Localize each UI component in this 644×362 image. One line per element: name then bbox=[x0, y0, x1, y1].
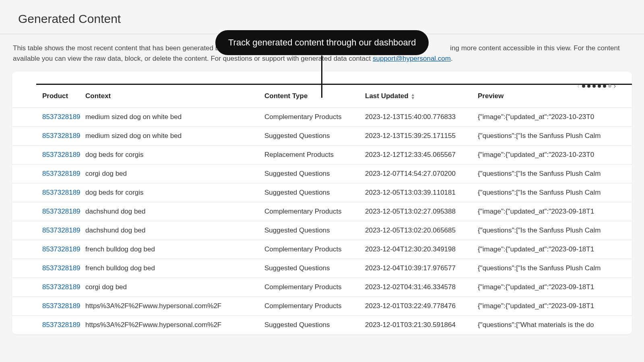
cell-last-updated: 2023-12-13T15:40:00.776833 bbox=[360, 107, 473, 126]
cell-preview: {"image":{"updated_at":"2023-10-23T0 bbox=[473, 107, 632, 126]
col-header-content-type-label: Content Type bbox=[264, 92, 308, 100]
cell-product: 8537328189733 bbox=[12, 315, 80, 334]
description-prefix: This table shows the most recent content… bbox=[13, 44, 233, 52]
product-link[interactable]: 8537328189733 bbox=[42, 264, 80, 272]
product-link[interactable]: 8537328189733 bbox=[42, 113, 80, 121]
tooltip-pointer bbox=[321, 56, 322, 98]
col-header-preview-label: Preview bbox=[478, 92, 504, 100]
cell-content-type: Complementary Products bbox=[260, 296, 360, 315]
page-header: Generated Content bbox=[0, 0, 644, 34]
cell-preview: {"questions":["Is the Sanfuss Plush Calm bbox=[473, 126, 632, 145]
cell-preview: {"questions":["Is the Sanfuss Plush Calm bbox=[473, 221, 632, 240]
cell-context: french bulldog dog bed bbox=[80, 240, 260, 259]
pagination-dot[interactable] bbox=[608, 84, 611, 88]
cell-context: medium sized dog on white bed bbox=[80, 126, 260, 145]
onboarding-tooltip: Track generated content through our dash… bbox=[215, 30, 429, 55]
table-row: 8537328189733dachshund dog bedComplement… bbox=[12, 202, 632, 221]
table-body: 8537328189733medium sized dog on white b… bbox=[12, 107, 632, 334]
cell-context: https%3A%2F%2Fwww.hypersonal.com%2F bbox=[80, 296, 260, 315]
content-card: ‹ › Product Context Content Type Last Up… bbox=[12, 72, 632, 334]
cell-context: dachshund dog bed bbox=[80, 221, 260, 240]
table-row: 8537328189733medium sized dog on white b… bbox=[12, 126, 632, 145]
card-inner: ‹ › Product Context Content Type Last Up… bbox=[12, 72, 632, 334]
cell-preview: {"image":{"updated_at":"2023-09-18T1 bbox=[473, 278, 632, 296]
cell-preview: {"questions":["Is the Sanfuss Plush Calm bbox=[473, 259, 632, 278]
pagination-dot[interactable] bbox=[603, 84, 606, 88]
cell-preview: {"questions":["Is the Sanfuss Plush Calm bbox=[473, 183, 632, 202]
product-link[interactable]: 8537328189733 bbox=[42, 151, 80, 158]
table-row: 8537328189733medium sized dog on white b… bbox=[12, 107, 632, 126]
product-link[interactable]: 8537328189733 bbox=[42, 321, 80, 329]
pagination-dot[interactable] bbox=[592, 84, 596, 88]
cell-product: 8537328189733 bbox=[12, 164, 80, 183]
cell-last-updated: 2023-12-05T13:03:39.110181 bbox=[360, 183, 473, 202]
table-row: 8537328189733https%3A%2F%2Fwww.hypersona… bbox=[12, 315, 632, 334]
cell-last-updated: 2023-12-02T04:31:46.334578 bbox=[360, 278, 473, 296]
col-header-product[interactable]: Product bbox=[12, 85, 80, 108]
pagination-dot[interactable] bbox=[598, 84, 601, 88]
page-title: Generated Content bbox=[18, 12, 626, 26]
cell-content-type: Suggested Questions bbox=[260, 164, 360, 183]
product-link[interactable]: 8537328189733 bbox=[42, 226, 80, 234]
cell-context: dog beds for corgis bbox=[80, 145, 260, 164]
cell-last-updated: 2023-12-05T13:02:27.095388 bbox=[360, 202, 473, 221]
cell-last-updated: 2023-12-12T12:33:45.065567 bbox=[360, 145, 473, 164]
pagination-dots bbox=[582, 84, 611, 88]
col-header-product-label: Product bbox=[42, 92, 68, 100]
cell-product: 8537328189733 bbox=[12, 278, 80, 296]
cell-context: dachshund dog bed bbox=[80, 202, 260, 221]
cell-context: medium sized dog on white bed bbox=[80, 107, 260, 126]
table-row: 8537328189733dachshund dog bedSuggested … bbox=[12, 221, 632, 240]
cell-last-updated: 2023-12-04T10:39:17.976577 bbox=[360, 259, 473, 278]
cell-preview: {"image":{"updated_at":"2023-09-18T1 bbox=[473, 202, 632, 221]
cell-preview: {"image":{"updated_at":"2023-10-23T0 bbox=[473, 145, 632, 164]
cell-preview: {"image":{"updated_at":"2023-09-18T1 bbox=[473, 240, 632, 259]
pagination-next-icon[interactable]: › bbox=[614, 83, 616, 89]
product-link[interactable]: 8537328189733 bbox=[42, 189, 80, 196]
cell-last-updated: 2023-12-07T14:54:27.070200 bbox=[360, 164, 473, 183]
pagination-prev-icon[interactable]: ‹ bbox=[577, 83, 579, 89]
cell-content-type: Complementary Products bbox=[260, 107, 360, 126]
product-link[interactable]: 8537328189733 bbox=[42, 283, 80, 291]
col-header-content-type[interactable]: Content Type bbox=[260, 85, 360, 108]
cell-content-type: Suggested Questions bbox=[260, 221, 360, 240]
col-header-context-label: Context bbox=[85, 92, 111, 100]
col-header-context[interactable]: Context bbox=[80, 85, 260, 108]
cell-product: 8537328189733 bbox=[12, 259, 80, 278]
table-row: 8537328189733french bulldog dog bedSugge… bbox=[12, 259, 632, 278]
cell-last-updated: 2023-12-04T12:30:20.349198 bbox=[360, 240, 473, 259]
cell-last-updated: 2023-12-01T03:22:49.778476 bbox=[360, 296, 473, 315]
cell-preview: {"questions":["What materials is the do bbox=[473, 315, 632, 334]
cell-last-updated: 2023-12-13T15:39:25.171155 bbox=[360, 126, 473, 145]
cell-content-type: Suggested Questions bbox=[260, 126, 360, 145]
tooltip-text: Track generated content through our dash… bbox=[228, 37, 416, 47]
table-row: 8537328189733corgi dog bedSuggested Ques… bbox=[12, 164, 632, 183]
page-root: Generated Content This table shows the m… bbox=[0, 0, 644, 334]
product-link[interactable]: 8537328189733 bbox=[42, 245, 80, 253]
cell-content-type: Suggested Questions bbox=[260, 259, 360, 278]
cell-context: https%3A%2F%2Fwww.hypersonal.com%2F bbox=[80, 315, 260, 334]
table-row: 8537328189733corgi dog bedComplementary … bbox=[12, 278, 632, 296]
cell-context: dog beds for corgis bbox=[80, 183, 260, 202]
cell-product: 8537328189733 bbox=[12, 183, 80, 202]
cell-content-type: Suggested Questions bbox=[260, 315, 360, 334]
description-suffix: . bbox=[451, 55, 453, 62]
pagination: ‹ › bbox=[577, 83, 616, 89]
product-link[interactable]: 8537328189733 bbox=[42, 132, 80, 140]
product-link[interactable]: 8537328189733 bbox=[42, 302, 80, 310]
cell-product: 8537328189733 bbox=[12, 145, 80, 164]
generated-content-table: Product Context Content Type Last Update… bbox=[12, 85, 632, 334]
product-link[interactable]: 8537328189733 bbox=[42, 208, 80, 215]
pagination-dot[interactable] bbox=[587, 84, 590, 88]
cell-product: 8537328189733 bbox=[12, 221, 80, 240]
cell-content-type: Suggested Questions bbox=[260, 183, 360, 202]
product-link[interactable]: 8537328189733 bbox=[42, 170, 80, 177]
pagination-dot[interactable] bbox=[582, 84, 585, 88]
col-header-last-updated[interactable]: Last Updated bbox=[360, 85, 473, 108]
cell-context: corgi dog bed bbox=[80, 164, 260, 183]
cell-content-type: Complementary Products bbox=[260, 240, 360, 259]
cell-content-type: Complementary Products bbox=[260, 202, 360, 221]
cell-content-type: Complementary Products bbox=[260, 278, 360, 296]
support-email-link[interactable]: support@hypersonal.com bbox=[373, 55, 451, 62]
cell-last-updated: 2023-12-01T03:21:30.591864 bbox=[360, 315, 473, 334]
